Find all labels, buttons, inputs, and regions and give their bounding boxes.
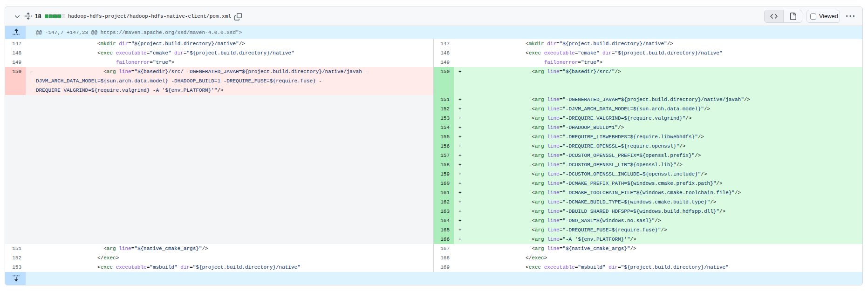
line-number[interactable]: 168 <box>433 253 454 263</box>
diff-row: 166+ <arg line="-A '${env.PLATFORM}'"/> <box>5 235 862 244</box>
file-icon <box>789 13 797 20</box>
line-number[interactable]: 153 <box>5 263 26 272</box>
line-number[interactable]: 167 <box>433 244 454 253</box>
code-line: <exec executable="cmake" dir="${project.… <box>454 48 862 58</box>
diff-row: 154+ <arg line="-DHADOOP_BUILD=1"/> <box>5 123 862 132</box>
diff-marker: + <box>458 151 462 160</box>
file-path: hadoop-hdfs-project/hadoop-hdfs-native-c… <box>68 7 231 26</box>
line-number[interactable]: 151 <box>5 244 26 253</box>
code-line: <exec executable="cmake" dir="${project.… <box>26 48 433 58</box>
code-line: - <arg line="${basedir}/src/ -DGENERATED… <box>26 67 433 95</box>
diff-marker: + <box>458 160 462 169</box>
collapse-file-button[interactable] <box>14 13 21 20</box>
empty-cell <box>5 160 433 169</box>
line-number[interactable]: 163 <box>433 207 454 216</box>
line-number[interactable]: 169 <box>433 263 454 272</box>
diff-marker: + <box>458 142 462 151</box>
rich-view-button[interactable] <box>783 10 802 22</box>
line-number[interactable]: 160 <box>433 179 454 188</box>
diff-marker: + <box>458 207 462 216</box>
diff-marker: + <box>458 235 462 244</box>
line-number[interactable]: 159 <box>433 169 454 179</box>
line-number[interactable]: 162 <box>433 197 454 207</box>
diff-row: 161+ <arg line="-DCMAKE_TOOLCHAIN_FILE=$… <box>5 188 862 197</box>
diffstat-square-added <box>45 14 48 18</box>
code-line: failonerror="true"> <box>454 58 862 67</box>
empty-cell <box>5 188 433 197</box>
diff-marker: + <box>458 123 462 132</box>
diff-row: 153 <exec executable="msbuild" dir="${pr… <box>5 263 862 272</box>
diff-row: 159+ <arg line="-DCUSTOM_OPENSSL_INCLUDE… <box>5 169 862 179</box>
line-number[interactable]: 150 <box>5 67 26 95</box>
diffstat-square-neutral <box>62 14 65 18</box>
unfold-icon <box>24 12 32 20</box>
line-number[interactable]: 153 <box>433 114 454 123</box>
diff-row: 165+ <arg line="-DREQUIRE_FUSE=${require… <box>5 225 862 235</box>
code-line: failonerror="true"> <box>26 58 433 67</box>
source-view-button[interactable] <box>765 10 783 22</box>
code-line: </exec> <box>454 253 862 263</box>
line-number[interactable]: 149 <box>433 58 454 67</box>
copy-path-button[interactable] <box>234 13 242 20</box>
diff-row: 155+ <arg line="-DREQUIRE_LIBWEBHDFS=${r… <box>5 132 862 142</box>
diff-marker: - <box>30 67 34 76</box>
line-number[interactable]: 150 <box>433 67 454 95</box>
empty-cell <box>5 104 433 114</box>
empty-cell <box>5 225 433 235</box>
diff-row: 156+ <arg line="-DREQUIRE_OPENSSL=${requ… <box>5 142 862 151</box>
expand-down-row <box>5 272 862 285</box>
line-number[interactable]: 161 <box>433 188 454 197</box>
line-number[interactable]: 155 <box>433 132 454 142</box>
split-diff-table: @@ -147,7 +147,23 @@ https://maven.apach… <box>5 26 862 285</box>
code-line: + <arg line="-DREQUIRE_LIBWEBHDFS=${requ… <box>454 132 862 142</box>
expand-up-button[interactable] <box>5 26 26 39</box>
line-number[interactable]: 151 <box>433 95 454 104</box>
code-icon <box>770 13 778 20</box>
line-number[interactable]: 147 <box>5 39 26 48</box>
line-number[interactable]: 156 <box>433 142 454 151</box>
line-number[interactable]: 165 <box>433 225 454 235</box>
diff-row: 153+ <arg line="-DREQUIRE_VALGRIND=${req… <box>5 114 862 123</box>
code-line: + <arg line="-DREQUIRE_FUSE=${require.fu… <box>454 225 862 235</box>
diff-row: 152 </exec>168 </exec> <box>5 253 862 263</box>
expand-down-button[interactable] <box>5 272 26 285</box>
diff-row: 160+ <arg line="-DCMAKE_PREFIX_PATH=${wi… <box>5 179 862 188</box>
line-number[interactable]: 166 <box>433 235 454 244</box>
kebab-icon <box>846 12 854 20</box>
empty-cell <box>5 169 433 179</box>
viewed-checkbox[interactable] <box>810 14 816 20</box>
viewed-button[interactable]: Viewed <box>806 10 840 23</box>
line-number[interactable]: 158 <box>433 160 454 169</box>
code-line: + <arg line="-A '${env.PLATFORM}'"/> <box>454 235 862 244</box>
diff-row: 147 <mkdir dir="${project.build.director… <box>5 39 862 48</box>
diff-view-toggle <box>764 10 802 23</box>
diff-marker: + <box>458 67 462 76</box>
line-number[interactable]: 148 <box>433 48 454 58</box>
empty-cell <box>5 142 433 151</box>
empty-cell <box>5 132 433 142</box>
code-line: + <arg line="-DCMAKE_PREFIX_PATH=${windo… <box>454 179 862 188</box>
line-number[interactable]: 147 <box>433 39 454 48</box>
line-number[interactable]: 148 <box>5 48 26 58</box>
code-line: + <arg line="${basedir}/src/"/> <box>454 67 862 95</box>
diff-marker: + <box>458 188 462 197</box>
line-number[interactable]: 152 <box>5 253 26 263</box>
fold-up-icon <box>12 28 21 36</box>
line-number[interactable]: 154 <box>433 123 454 132</box>
chevron-down-icon <box>14 13 21 20</box>
empty-cell <box>5 151 433 160</box>
diff-marker: + <box>458 104 462 114</box>
line-number[interactable]: 152 <box>433 104 454 114</box>
diff-marker: + <box>458 114 462 123</box>
copy-icon <box>234 13 242 20</box>
code-line: + <arg line="-DCMAKE_BUILD_TYPE=${window… <box>454 197 862 207</box>
line-number[interactable]: 164 <box>433 216 454 225</box>
viewed-label: Viewed <box>819 13 838 20</box>
file-options-button[interactable] <box>846 12 854 20</box>
line-number[interactable]: 149 <box>5 58 26 67</box>
code-line: + <arg line="-DCUSTOM_OPENSSL_INCLUDE=${… <box>454 169 862 179</box>
line-number[interactable]: 157 <box>433 151 454 160</box>
diff-row: 157+ <arg line="-DCUSTOM_OPENSSL_PREFIX=… <box>5 151 862 160</box>
code-line: <mkdir dir="${project.build.directory}/n… <box>26 39 433 48</box>
code-line: </exec> <box>26 253 433 263</box>
